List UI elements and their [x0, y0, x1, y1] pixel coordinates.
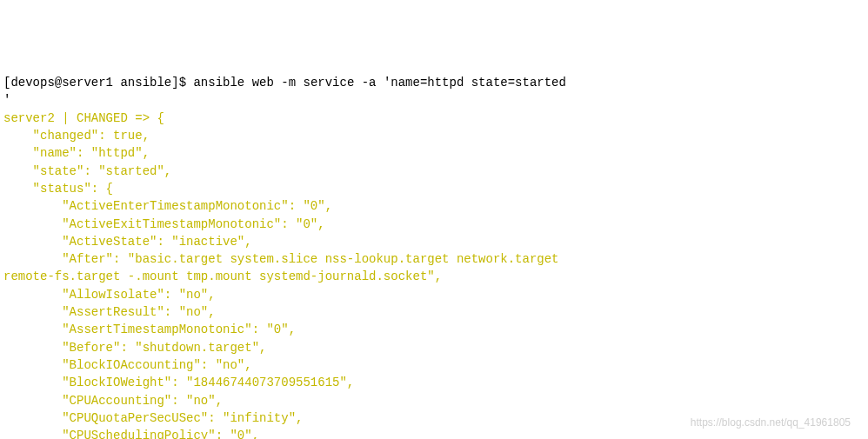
prompt-user-host: [devops@server1 ansible]$ [3, 76, 186, 90]
ansible-output-line: "ActiveExitTimestampMonotonic": "0", [3, 217, 325, 231]
watermark-text: https://blog.csdn.net/qq_41961805 [691, 416, 851, 430]
ansible-output-line: "state": "started", [3, 164, 171, 178]
ansible-output-line: "CPUQuotaPerSecUSec": "infinity", [3, 411, 303, 425]
ansible-output-header: server2 | CHANGED => { [3, 111, 164, 125]
ansible-output-line: "ActiveEnterTimestampMonotonic": "0", [3, 199, 332, 213]
shell-prompt: [devops@server1 ansible]$ ansible web -m… [3, 76, 566, 107]
ansible-output-line: "CPUAccounting": "no", [3, 394, 223, 408]
ansible-output-line: "CPUSchedulingPolicy": "0", [3, 429, 259, 439]
ansible-output-line: "status": { [3, 182, 113, 196]
ansible-output-line: "AllowIsolate": "no", [3, 288, 216, 302]
ansible-output-line: "AssertTimestampMonotonic": "0", [3, 323, 296, 336]
ansible-output-line: "name": "httpd", [3, 146, 150, 160]
ansible-output-line: "AssertResult": "no", [3, 305, 216, 319]
ansible-output-line: "After": "basic.target system.slice nss-… [3, 252, 559, 283]
ansible-output-line: "BlockIOWeight": "18446744073709551615", [3, 376, 354, 389]
ansible-output-line: "changed": true, [3, 129, 150, 143]
ansible-output-line: "Before": "shutdown.target", [3, 341, 266, 355]
ansible-output-line: "BlockIOAccounting": "no", [3, 358, 252, 372]
ansible-output-line: "ActiveState": "inactive", [3, 235, 252, 249]
